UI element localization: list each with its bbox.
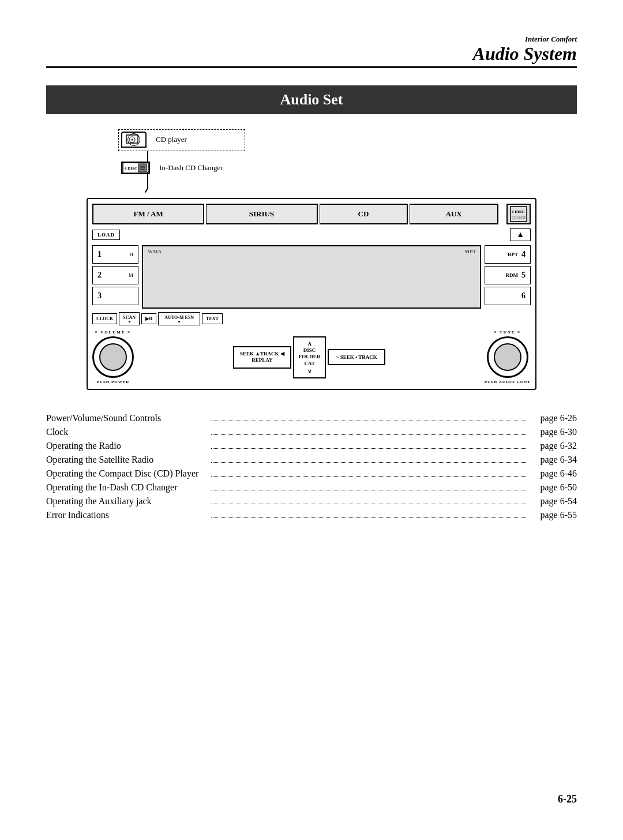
toc-title-0: Power/Volume/Sound Controls	[46, 413, 208, 423]
disc-down-arrow: ∨	[307, 367, 312, 375]
section-banner: Audio Set	[46, 85, 577, 114]
callout-area: CD player 6 DISC	[87, 132, 536, 195]
toc-dots-4	[211, 476, 527, 477]
page-header: Interior Comfort Audio System	[46, 35, 577, 64]
toc-dots-3	[211, 462, 527, 463]
fm-am-button[interactable]: FM / AM	[92, 204, 204, 224]
tune-top-label: ≡ TUNE ≡	[494, 330, 521, 335]
sirius-button[interactable]: SIRIUS	[206, 204, 317, 224]
toc-dots-5	[211, 490, 527, 490]
left-preset-buttons: 1 H 2 M 3	[92, 245, 138, 309]
center-seek-buttons: SEEK ▲TRACK ◀ REPLAY ∧ DISC FOLDER CAT ∨	[233, 336, 385, 378]
svg-rect-8	[511, 207, 527, 222]
preset-3-button[interactable]: 3	[92, 287, 138, 305]
load-row: LOAD ▲	[92, 228, 531, 242]
toc-row-3: Operating the Satellite Radio page 6-34	[46, 455, 577, 465]
disc-folder-cat-button[interactable]: ∧ DISC FOLDER CAT ∨	[293, 336, 326, 378]
volume-knob[interactable]	[92, 336, 134, 378]
toc-title-6: Operating the Auxiliary jack	[46, 496, 208, 507]
cd-changer-icon: 6 DISC	[121, 162, 150, 174]
mp3-label: MP3	[465, 249, 476, 254]
toc-row-0: Power/Volume/Sound Controls page 6-26	[46, 413, 577, 423]
toc-row-2: Operating the Radio page 6-32	[46, 441, 577, 451]
bottom-controls-row: ≡ VOLUME ≡ PUSH POWER SEEK ▲TRACK ◀ REPL…	[92, 330, 531, 384]
toc-page-4: page 6-46	[531, 468, 577, 479]
volume-knob-inner	[99, 343, 127, 371]
disc-icon-box: 6 DISC CHANGER	[506, 204, 531, 224]
category-label: Interior Comfort	[46, 35, 577, 44]
toc-page-6: page 6-54	[531, 496, 577, 507]
preset-6-button[interactable]: 6	[485, 287, 531, 305]
svg-text:CHANGER: CHANGER	[512, 216, 527, 219]
callout-line2	[147, 172, 148, 189]
cd-player-label: CD player	[156, 135, 187, 144]
tune-knob[interactable]	[487, 336, 528, 378]
svg-text:6 DISC: 6 DISC	[125, 166, 137, 171]
toc-row-5: Operating the In-Dash CD Changer page 6-…	[46, 482, 577, 493]
tune-knob-wrap: ≡ TUNE ≡ PUSH AUDIO CONT	[485, 330, 531, 384]
eject-button[interactable]: ▲	[510, 228, 531, 241]
toc-title-3: Operating the Satellite Radio	[46, 455, 208, 465]
toc-row-7: Error Indications page 6-55	[46, 510, 577, 520]
toc-dots-6	[211, 504, 527, 504]
page-title: Audio System	[46, 44, 577, 64]
toc-title-5: Operating the In-Dash CD Changer	[46, 482, 208, 493]
text-button[interactable]: TEXT	[202, 313, 223, 324]
seek-track-row: SEEK ▲TRACK ◀ REPLAY ∧ DISC FOLDER CAT ∨	[233, 336, 385, 378]
callout-arrow	[145, 188, 148, 193]
volume-top-label: ≡ VOLUME ≡	[95, 330, 132, 335]
audio-unit-diagram: CD player 6 DISC	[87, 132, 536, 390]
aux-button[interactable]: AUX	[410, 204, 498, 224]
auto-esn-dot	[178, 321, 180, 322]
toc-page-0: page 6-26	[531, 413, 577, 423]
spacer	[500, 204, 505, 224]
toc-row-4: Operating the Compact Disc (CD) Player p…	[46, 468, 577, 479]
audio-unit-body: FM / AM SIRIUS CD AUX 6 DISC CHANGER LOA…	[87, 198, 536, 390]
seek-track-left-button[interactable]: SEEK ▲TRACK ◀ REPLAY	[233, 346, 291, 369]
toc-page-1: page 6-30	[531, 427, 577, 437]
toc-dots-0	[211, 421, 527, 421]
audio-cont-label: PUSH AUDIO CONT	[485, 380, 531, 384]
tune-knob-inner	[494, 343, 521, 371]
cd-button[interactable]: CD	[320, 204, 408, 224]
toc-page-2: page 6-32	[531, 441, 577, 451]
right-preset-buttons: RPT 4 RDM 5 6	[485, 245, 531, 309]
display-top: WMA MP3	[148, 249, 475, 254]
svg-text:6 DISC: 6 DISC	[512, 209, 524, 214]
cd-player-icon	[121, 132, 147, 148]
load-button[interactable]: LOAD	[92, 230, 120, 240]
page-number: 6-25	[558, 793, 577, 805]
play-pause-button[interactable]: ▶II	[141, 313, 156, 324]
toc-page-3: page 6-34	[531, 455, 577, 465]
toc-row-6: Operating the Auxiliary jack page 6-54	[46, 496, 577, 507]
preset-1-button[interactable]: 1 H	[92, 245, 138, 264]
load-spacer	[122, 228, 508, 242]
svg-point-1	[132, 139, 133, 141]
table-of-contents: Power/Volume/Sound Controls page 6-26 Cl…	[46, 413, 577, 520]
middle-section: 1 H 2 M 3 WMA MP3	[92, 245, 531, 309]
volume-knob-wrap: ≡ VOLUME ≡ PUSH POWER	[92, 330, 134, 384]
display-screen: WMA MP3	[142, 245, 481, 309]
clock-button[interactable]: CLOCK	[92, 313, 117, 324]
scan-button[interactable]: SCAN	[119, 312, 140, 325]
push-power-label: PUSH POWER	[97, 380, 130, 384]
toc-title-1: Clock	[46, 427, 208, 437]
cd-changer-label: In-Dash CD Changer	[159, 163, 223, 172]
preset-5-button[interactable]: RDM 5	[485, 266, 531, 284]
auto-m-esn-button[interactable]: AUTO-M ESN	[158, 312, 200, 325]
toc-row-1: Clock page 6-30	[46, 427, 577, 437]
toc-title-2: Operating the Radio	[46, 441, 208, 451]
preset-2-button[interactable]: 2 M	[92, 266, 138, 284]
toc-page-7: page 6-55	[531, 510, 577, 520]
seek-track-right-button[interactable]: > SEEK • TRACK	[328, 349, 385, 366]
disc-up-arrow: ∧	[307, 340, 312, 347]
svg-point-0	[129, 137, 135, 142]
toc-page-5: page 6-50	[531, 482, 577, 493]
toc-dots-7	[211, 518, 527, 518]
preset-4-button[interactable]: RPT 4	[485, 245, 531, 264]
source-button-row: FM / AM SIRIUS CD AUX 6 DISC CHANGER	[92, 204, 531, 224]
control-button-row: CLOCK SCAN ▶II AUTO-M ESN TEXT	[92, 312, 531, 325]
header-divider	[46, 66, 577, 68]
toc-title-7: Error Indications	[46, 510, 208, 520]
toc-dots-1	[211, 434, 527, 435]
